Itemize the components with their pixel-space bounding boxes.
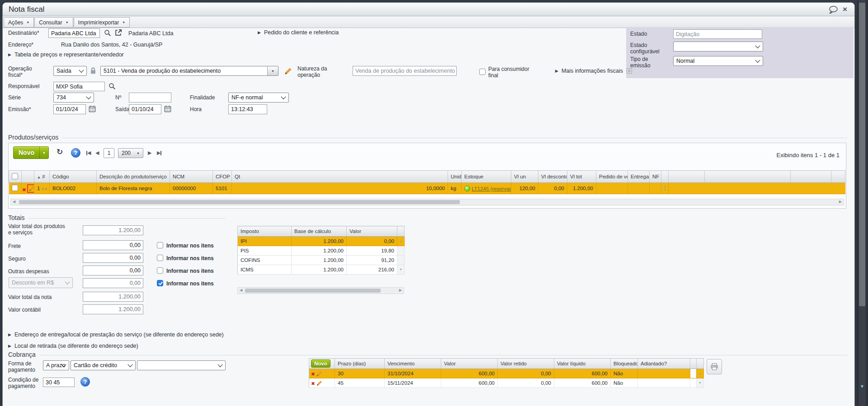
consumidor-final-checkbox[interactable]: [479, 69, 486, 75]
col-qt[interactable]: Qt: [232, 171, 448, 183]
outras-despesas-input[interactable]: 0,00: [83, 266, 143, 275]
novo-parcela-button[interactable]: Novo: [311, 359, 330, 368]
help-icon[interactable]: ?: [71, 148, 80, 158]
desconto-informar-checkbox[interactable]: [157, 280, 163, 286]
condicao-pagamento-input[interactable]: 30 45: [43, 378, 75, 387]
numero-input[interactable]: [129, 93, 171, 103]
impostos-vscroll[interactable]: ▲: [397, 237, 405, 246]
emissao-input[interactable]: 01/10/24: [53, 104, 86, 114]
help-icon[interactable]: ?: [80, 377, 90, 387]
close-icon[interactable]: ×: [843, 5, 847, 13]
outras-informar-checkbox[interactable]: [157, 267, 163, 274]
calendar-icon[interactable]: [89, 105, 96, 112]
forma-extra-select[interactable]: [137, 360, 226, 370]
parcela-row[interactable]: ✖ 30 31/10/2024 600,00 0,00 600,00 Não ▲: [309, 369, 704, 378]
scroll-right-icon[interactable]: ▶: [839, 200, 842, 204]
row-checkbox[interactable]: [12, 185, 18, 191]
scroll-up-icon[interactable]: ▲: [698, 372, 702, 375]
search-icon[interactable]: [108, 83, 116, 90]
operacao-fiscal-combo[interactable]: 5101 - Venda de produção do estabelecime…: [100, 66, 278, 76]
produto-row[interactable]: ✖ 1 ∧∨ BOLO002 Bolo de Floresta negra 00…: [9, 183, 845, 194]
scroll-left-icon[interactable]: ◀: [240, 288, 242, 292]
novo-dropdown-arrow-icon[interactable]: ▼: [39, 147, 48, 159]
menu-acoes[interactable]: Ações▼: [4, 17, 34, 28]
seguro-informar-checkbox[interactable]: [157, 255, 163, 261]
impostos-hscrollbar[interactable]: ◀ ▶: [237, 287, 404, 294]
combo-dropdown-button[interactable]: ▼: [267, 66, 278, 75]
toggle-pedido-cliente[interactable]: ▶Pedido do cliente e referência: [258, 29, 339, 36]
table-vscroll[interactable]: ▲▼: [661, 183, 669, 194]
lote-link[interactable]: LT1245 (reservado): [472, 186, 511, 191]
refresh-icon[interactable]: ↻: [57, 147, 63, 157]
delete-row-icon[interactable]: ✖: [311, 371, 315, 377]
edit-row-pencil-icon[interactable]: [316, 380, 322, 386]
parcela-row[interactable]: ✖ 45 15/11/2024 600,00 0,00 600,00 Não ▼: [309, 378, 704, 388]
tipo-emissao-select[interactable]: Normal: [673, 56, 763, 66]
page-scrollbar[interactable]: ▼: [857, 0, 868, 406]
scroll-down-icon[interactable]: ▼: [663, 188, 666, 191]
col-nf[interactable]: NF: [650, 171, 661, 183]
toggle-tabela-precos[interactable]: ▶Tabela de preços e representante/vended…: [8, 51, 124, 58]
edit-operacao-pencil-icon[interactable]: [284, 67, 292, 75]
parcelas-vscroll[interactable]: ▲: [697, 369, 704, 378]
col-vl-un[interactable]: Vl un: [511, 171, 538, 183]
col-pedido-venda[interactable]: Pedido de venda: [596, 171, 628, 183]
scroll-down-icon[interactable]: ▼: [860, 384, 864, 389]
toggle-local-retirada[interactable]: ▶Local de retirada (se diferente do ende…: [8, 343, 138, 349]
notes-icon[interactable]: [626, 68, 632, 74]
col-descricao[interactable]: Descrição do produto/serviço: [97, 171, 170, 183]
delete-row-icon[interactable]: ✖: [22, 187, 26, 192]
hscroll-thumb[interactable]: [19, 200, 460, 204]
hscroll-thumb[interactable]: [245, 289, 381, 293]
operacao-tipo-select[interactable]: Saída: [53, 66, 87, 76]
open-record-icon[interactable]: [115, 29, 122, 36]
col-cfop[interactable]: CFOP: [213, 171, 232, 183]
page-scrollbar-thumb[interactable]: [859, 3, 865, 306]
scroll-up-icon[interactable]: ▲: [663, 185, 666, 188]
finalidade-select[interactable]: NF-e normal: [228, 93, 289, 103]
parcelas-vscroll[interactable]: ▼: [697, 378, 704, 388]
serie-select[interactable]: 734: [53, 93, 94, 103]
menu-imprimir-exportar[interactable]: Imprimir/exportar▼: [74, 17, 130, 28]
col-num[interactable]: ▲ #: [34, 171, 50, 183]
search-icon[interactable]: [104, 29, 111, 37]
impostos-vscroll[interactable]: ▼: [397, 265, 405, 275]
imposto-row-ipi[interactable]: IPI 1.200,00 0,00 ▲: [238, 237, 405, 246]
responsavel-input[interactable]: MXP Sofia: [53, 82, 105, 91]
edit-row-pencil-icon[interactable]: [316, 371, 322, 377]
hora-input[interactable]: 13:12:43: [228, 104, 267, 114]
page-size-select[interactable]: 200▼: [118, 148, 143, 158]
imposto-row-cofins[interactable]: COFINS 1.200,00 91,20: [238, 256, 405, 265]
frete-input[interactable]: 0,00: [83, 240, 143, 250]
select-all-checkbox[interactable]: [12, 173, 18, 179]
move-down-icon[interactable]: ∨: [44, 187, 47, 191]
scroll-down-icon[interactable]: ▼: [698, 381, 702, 384]
col-codigo[interactable]: Código: [50, 171, 97, 183]
delete-row-icon[interactable]: ✖: [311, 381, 315, 386]
print-button[interactable]: [707, 359, 722, 374]
toggle-mais-info-fiscais[interactable]: ▶Mais informações fiscais: [555, 68, 632, 74]
frete-informar-checkbox[interactable]: [157, 242, 163, 248]
destinatario-input[interactable]: Padaria ABC Ltda: [48, 28, 100, 38]
imposto-row-pis[interactable]: PIS 1.200,00 19,80: [238, 246, 405, 256]
seguro-input[interactable]: 0,00: [83, 253, 143, 263]
pager-next[interactable]: ▶: [148, 150, 151, 156]
scroll-left-icon[interactable]: ◀: [13, 200, 15, 204]
calendar-icon[interactable]: [164, 105, 171, 112]
col-entrega-pv[interactable]: Entrega PV: [628, 171, 650, 183]
col-vl-tot[interactable]: Vl tot: [567, 171, 596, 183]
scroll-down-icon[interactable]: ▼: [399, 268, 402, 271]
pager-first[interactable]: ◀: [86, 150, 91, 156]
col-estoque[interactable]: Estoque: [462, 171, 511, 183]
comment-bubble-icon[interactable]: [828, 5, 838, 14]
page-number-input[interactable]: 1: [104, 148, 114, 158]
saida-input[interactable]: 01/10/24: [129, 104, 161, 114]
produtos-hscrollbar[interactable]: ◀ ▶: [10, 199, 844, 205]
menu-consultar[interactable]: Consultar▼: [34, 17, 73, 28]
pager-prev[interactable]: ◀: [95, 150, 99, 156]
scroll-up-icon[interactable]: ▲: [399, 239, 402, 243]
estado-configuravel-select[interactable]: [673, 42, 763, 51]
toggle-endereco-entrega[interactable]: ▶Endereço de entrega/local de prestação …: [8, 331, 224, 338]
natureza-operacao-input[interactable]: Venda de produção do estabelecimento: [353, 66, 457, 76]
forma-meio-select[interactable]: Cartão de crédito: [71, 360, 136, 370]
